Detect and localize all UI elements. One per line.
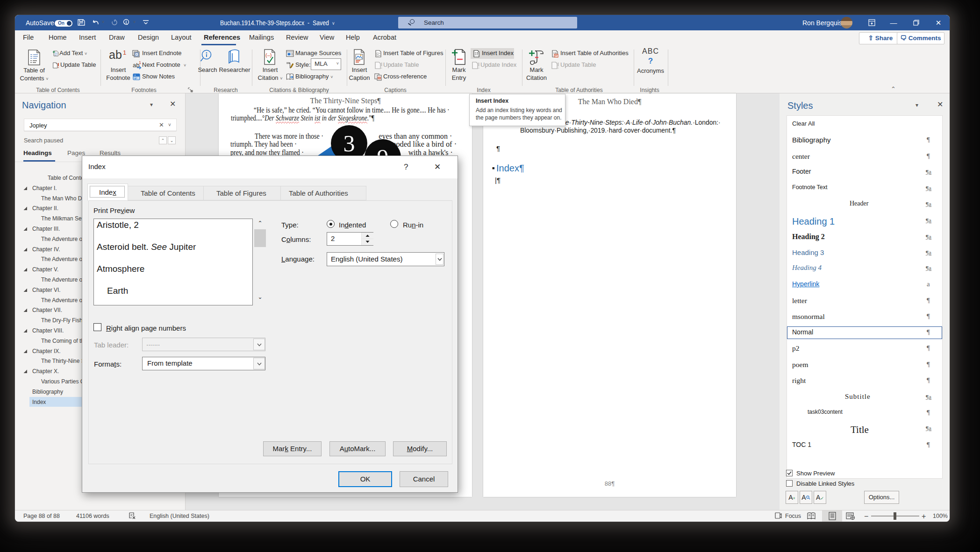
svg-text:3: 3 [343,130,355,156]
svg-text:(–): (–) [265,52,272,58]
